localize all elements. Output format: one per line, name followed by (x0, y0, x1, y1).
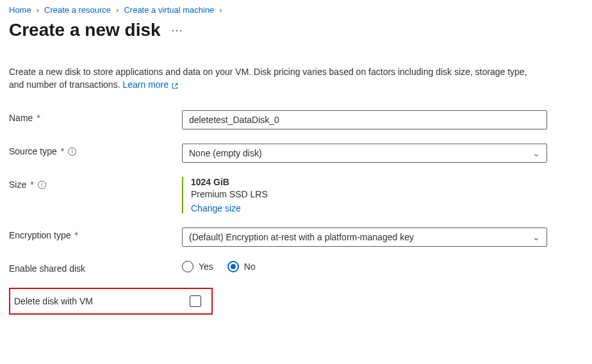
encryption-value: (Default) Encryption at-rest with a plat… (189, 232, 414, 242)
chevron-down-icon: ⌄ (532, 148, 540, 158)
size-label: Size* i (9, 177, 182, 190)
breadcrumb-create-vm[interactable]: Create a virtual machine (124, 5, 214, 15)
page-description: Create a new disk to store applications … (9, 66, 534, 91)
size-value: 1024 GiB (191, 177, 547, 187)
size-tier: Premium SSD LRS (191, 189, 547, 199)
shared-disk-label: Enable shared disk (9, 261, 182, 274)
breadcrumb: Home › Create a resource › Create a virt… (9, 5, 583, 15)
description-text: Create a new disk to store applications … (9, 67, 527, 90)
source-type-label: Source type* i (9, 144, 182, 156)
required-icon: * (75, 230, 78, 240)
breadcrumb-home[interactable]: Home (9, 5, 31, 15)
name-input[interactable] (182, 110, 547, 129)
encryption-select[interactable]: (Default) Encryption at-rest with a plat… (182, 228, 547, 247)
radio-label-no: No (244, 261, 256, 272)
field-delete-with-vm: Delete disk with VM (9, 288, 213, 315)
change-size-link[interactable]: Change size (191, 203, 241, 213)
required-icon: * (61, 146, 64, 156)
chevron-down-icon: ⌄ (532, 232, 540, 242)
info-icon[interactable]: i (68, 147, 76, 156)
field-source-type: Source type* i None (empty disk) ⌄ (9, 144, 583, 163)
info-icon[interactable]: i (38, 181, 46, 189)
chevron-right-icon: › (219, 5, 222, 15)
delete-with-vm-label: Delete disk with VM (14, 296, 190, 306)
field-name: Name* (9, 110, 583, 129)
source-type-select[interactable]: None (empty disk) ⌄ (182, 144, 547, 163)
delete-with-vm-checkbox[interactable] (190, 295, 201, 307)
radio-icon (227, 261, 239, 272)
shared-disk-no[interactable]: No (227, 261, 256, 272)
radio-label-yes: Yes (199, 261, 213, 272)
chevron-right-icon: › (37, 5, 39, 15)
shared-disk-radiogroup: Yes No (182, 261, 547, 272)
field-shared-disk: Enable shared disk Yes No (9, 261, 583, 274)
field-size: Size* i 1024 GiB Premium SSD LRS Change … (9, 177, 583, 213)
required-icon: * (37, 113, 40, 123)
breadcrumb-create-resource[interactable]: Create a resource (44, 5, 111, 15)
title-row: Create a new disk ⋯ (9, 20, 583, 40)
learn-more-link[interactable]: Learn more (122, 79, 178, 90)
size-summary: 1024 GiB Premium SSD LRS Change size (182, 177, 547, 213)
name-label: Name* (9, 110, 182, 123)
required-icon: * (30, 179, 33, 190)
more-actions-button[interactable]: ⋯ (171, 23, 184, 37)
field-encryption: Encryption type* (Default) Encryption at… (9, 228, 583, 247)
shared-disk-yes[interactable]: Yes (182, 261, 213, 272)
chevron-right-icon: › (116, 5, 119, 15)
radio-icon (182, 261, 193, 272)
source-type-value: None (empty disk) (189, 148, 262, 158)
page-title: Create a new disk (9, 20, 161, 40)
external-link-icon (171, 82, 179, 90)
encryption-label: Encryption type* (9, 228, 182, 240)
